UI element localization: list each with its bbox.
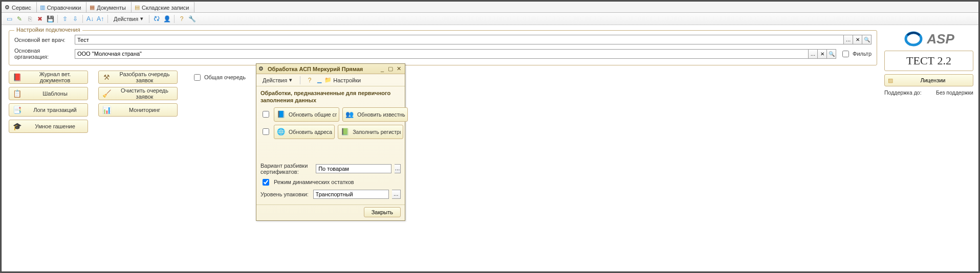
- sort-asc-icon[interactable]: A↓: [85, 14, 95, 24]
- filter-checkbox-wrap[interactable]: Фильтр: [840, 49, 872, 59]
- org-input[interactable]: [75, 49, 809, 59]
- save-icon[interactable]: 💾: [46, 14, 55, 24]
- tab-docs[interactable]: ▦ Документы: [86, 2, 132, 12]
- smart-clear-button[interactable]: 🎓 Умное гашение: [9, 120, 88, 133]
- support-label: Поддержка до:: [884, 89, 922, 96]
- tab-service[interactable]: ⚙ Сервис: [2, 2, 37, 12]
- button-label: Лицензии: [896, 77, 970, 83]
- logs-icon: 📑: [12, 105, 21, 115]
- tab-label: Справочники: [47, 5, 81, 11]
- cert-split-input[interactable]: [316, 164, 391, 173]
- dyn-remain-row: Режим динамических остатков: [260, 177, 401, 187]
- pack-level-label: Уровень упаковки:: [260, 191, 310, 197]
- refresh-icon[interactable]: 🗘: [152, 14, 161, 24]
- button-label: Умное гашение: [26, 123, 84, 129]
- ellipsis-button[interactable]: …: [395, 164, 401, 173]
- row-checkbox[interactable]: [263, 111, 269, 118]
- trans-logs-button[interactable]: 📑 Логи транзакций: [9, 103, 88, 117]
- actions-dropdown[interactable]: Действия ▾: [111, 14, 146, 23]
- common-queue-checkbox[interactable]: [194, 74, 201, 81]
- ellipsis-button[interactable]: …: [809, 49, 818, 59]
- top-tabs: ⚙ Сервис ▥ Справочники ▦ Документы ▤ Скл…: [2, 2, 978, 13]
- cert-split-row: Вариант разбивки сертификатов: …: [260, 163, 401, 175]
- separator: [149, 15, 149, 23]
- button-label: Логи транзакций: [26, 107, 84, 113]
- edit-icon[interactable]: ✎: [15, 14, 24, 24]
- clear-queue-button[interactable]: 🧹 Очистить очередь заявок: [98, 87, 178, 100]
- licenses-button[interactable]: ▨ Лицензии: [884, 74, 973, 86]
- main-toolbar: ▭ ✎ ⎘ ✖ 💾 ⇧ ⇩ A↓ A↑ Действия ▾ 🗘 👤 ? 🔧: [2, 13, 978, 25]
- monitoring-button[interactable]: 📊 Мониторинг: [98, 103, 178, 117]
- dyn-remain-checkbox[interactable]: [263, 179, 269, 186]
- ellipsis-button[interactable]: …: [844, 35, 853, 44]
- license-icon: ▨: [888, 77, 893, 84]
- settings-link[interactable]: 📁 Настройки: [324, 77, 361, 83]
- cap-icon: 🎓: [12, 122, 21, 131]
- button-label: Обновить адреса: [289, 129, 332, 135]
- separator: [107, 15, 108, 23]
- button-label: Заполнить регистры: [353, 129, 401, 135]
- dialog-titlebar[interactable]: ⚙ Обработка АСП Меркурий Прямая _ ▢ ✕: [256, 64, 405, 74]
- tab-warehouse[interactable]: ▤ Складские записи: [132, 2, 194, 12]
- logo-icon: [903, 30, 924, 48]
- update-known-button[interactable]: 👥 Обновить известные хоз.: [342, 107, 408, 122]
- minimize-button[interactable]: _: [378, 65, 386, 73]
- common-queue-wrap[interactable]: Общая очередь: [192, 73, 246, 82]
- journal-icon: 📕: [12, 73, 21, 82]
- actions-label: Действия: [263, 77, 287, 83]
- wrench-icon[interactable]: 🔧: [187, 14, 197, 24]
- asp-logo: ASP: [884, 30, 973, 48]
- users-icon: 👥: [345, 110, 354, 119]
- update-addresses-button[interactable]: 🌐 Обновить адреса: [274, 125, 335, 139]
- clear-button[interactable]: ✕: [818, 49, 827, 59]
- left-content: Настройки подключения Основной вет врач:…: [2, 25, 884, 271]
- button-label: Журнал вет. документов: [26, 71, 84, 83]
- chevron-down-icon: ▾: [289, 77, 292, 83]
- dialog-actions-dropdown[interactable]: Действия ▾: [259, 76, 295, 84]
- filter-checkbox[interactable]: [842, 51, 849, 57]
- test-version: ТЕСТ 2.2: [884, 51, 973, 71]
- main-area: Настройки подключения Основной вет врач:…: [2, 25, 978, 271]
- dialog-close-button[interactable]: Закрыть: [364, 207, 401, 217]
- separator: [57, 15, 58, 23]
- fieldset-legend: Настройки подключения: [14, 27, 82, 33]
- search-button[interactable]: 🔍: [827, 49, 836, 59]
- tab-refs[interactable]: ▥ Справочники: [37, 2, 87, 12]
- underscore-icon[interactable]: ▁: [317, 77, 321, 83]
- delete-icon[interactable]: ✖: [35, 14, 45, 24]
- templates-button[interactable]: 📋 Шаблоны: [9, 87, 88, 100]
- up-icon[interactable]: ⇧: [60, 14, 70, 24]
- parse-queue-button[interactable]: ⚒ Разобрать очередь заявок: [98, 71, 178, 84]
- chevron-down-icon: ▾: [140, 15, 143, 22]
- globe-icon: 🌐: [276, 127, 286, 136]
- vet-input[interactable]: [75, 35, 844, 44]
- sort-desc-icon[interactable]: A↑: [96, 14, 105, 24]
- dialog-footer: Закрыть: [256, 204, 405, 220]
- tab-label: Сервис: [12, 5, 31, 11]
- cert-split-label: Вариант разбивки сертификатов:: [260, 163, 313, 175]
- search-button[interactable]: 🔍: [862, 35, 872, 44]
- journal-button[interactable]: 📕 Журнал вет. документов: [9, 71, 88, 84]
- book-icon: ▥: [40, 4, 45, 11]
- copy-icon[interactable]: ⎘: [25, 14, 34, 24]
- help-icon[interactable]: ?: [305, 76, 314, 85]
- org-row: Основная организация: … ✕ 🔍 Фильтр: [14, 48, 872, 60]
- user-icon[interactable]: 👤: [162, 14, 171, 24]
- update-common-button[interactable]: 📘 Обновить общие справ...: [274, 107, 339, 122]
- close-button[interactable]: ✕: [395, 65, 403, 73]
- down-icon[interactable]: ⇩: [71, 14, 80, 24]
- separator: [82, 15, 83, 23]
- support-row: Поддержка до: Без поддержки: [884, 89, 973, 96]
- clear-button[interactable]: ✕: [853, 35, 862, 44]
- help-icon[interactable]: ?: [177, 14, 186, 24]
- fill-registers-button[interactable]: 📗 Заполнить регистры: [338, 125, 403, 139]
- pack-level-input[interactable]: [313, 190, 389, 199]
- tab-label: Документы: [97, 5, 126, 11]
- button-label: Шаблоны: [26, 90, 84, 97]
- book-icon: 📘: [276, 110, 286, 119]
- ellipsis-button[interactable]: …: [392, 190, 401, 199]
- row-checkbox[interactable]: [263, 128, 269, 135]
- maximize-button[interactable]: ▢: [386, 65, 395, 73]
- new-icon[interactable]: ▭: [5, 14, 14, 24]
- separator: [300, 76, 300, 84]
